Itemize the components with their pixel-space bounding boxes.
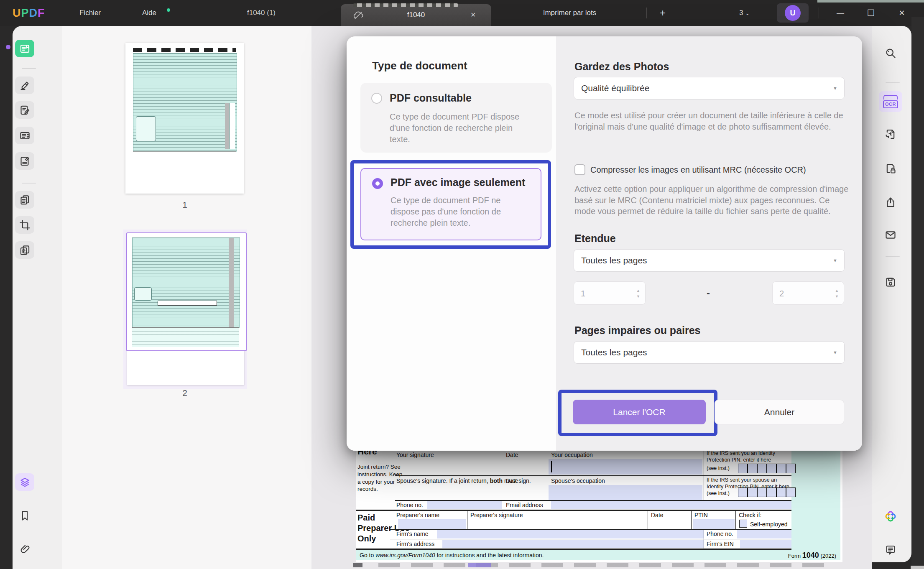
convert-button[interactable] — [879, 124, 902, 145]
menu-fichier[interactable]: Fichier — [79, 0, 101, 26]
range-dash: - — [707, 287, 710, 299]
form-line — [548, 449, 548, 500]
updf-ai-button[interactable] — [879, 506, 902, 527]
layers-button[interactable] — [15, 473, 34, 491]
launch-ocr-button[interactable]: Lancer l'OCR — [573, 400, 706, 424]
firms-ein-field[interactable] — [740, 540, 791, 548]
spinner-arrows[interactable]: ▲▼ — [636, 282, 640, 305]
bookmark-icon — [19, 510, 31, 521]
thumbnail-2-number: 2 — [122, 388, 248, 398]
menu-aide[interactable]: Aide — [142, 0, 156, 26]
spouse-occupation-field[interactable] — [549, 485, 702, 500]
toolbar-divider — [886, 256, 900, 257]
envelope-icon — [885, 229, 896, 241]
attachments-button[interactable] — [15, 540, 34, 558]
mrc-checkbox[interactable] — [574, 164, 585, 175]
share-export-icon — [885, 196, 896, 208]
phone-no-label: Phone no. — [707, 531, 733, 537]
tab-f1040-active[interactable]: f1040 ✕ — [341, 4, 491, 26]
your-signature-label: Your signature — [396, 452, 434, 458]
range-to-value: 2 — [779, 289, 784, 298]
quality-select[interactable]: Qualité équilibrée — [574, 77, 845, 100]
radio-unselected[interactable] — [371, 93, 382, 104]
convert-document-icon — [885, 128, 896, 140]
firms-name-field[interactable] — [437, 530, 704, 538]
thumbnail-2-page-lower — [127, 350, 244, 385]
self-employed-checkbox[interactable] — [739, 520, 747, 528]
self-employed-label: Self-employed — [750, 521, 788, 528]
ptin-field[interactable] — [693, 519, 735, 529]
titlebar-separator — [65, 8, 65, 18]
save-button[interactable] — [879, 272, 902, 293]
minimize-button[interactable]: — — [831, 3, 850, 23]
range-from-input[interactable]: 1▲▼ — [574, 281, 646, 305]
annotate-button[interactable] — [15, 101, 34, 119]
feedback-button[interactable] — [879, 539, 902, 560]
edit-pdf-button[interactable] — [15, 152, 34, 170]
titlebar-separator — [646, 8, 647, 18]
window-frame — [911, 17, 924, 566]
irs-link[interactable]: www.irs.gov/Form1040 — [375, 552, 435, 559]
radio-selected[interactable] — [372, 178, 383, 189]
protect-button[interactable] — [879, 158, 902, 179]
batch-print-tab[interactable]: Imprimer par lots — [525, 0, 615, 26]
option-pdf-searchable[interactable]: PDF consultable Ce type de document PDF … — [360, 83, 552, 153]
crop-pages-button[interactable] — [15, 216, 34, 234]
page-copies-icon — [19, 245, 31, 256]
phone-field[interactable] — [427, 501, 502, 509]
toolbar-divider — [886, 82, 900, 83]
form-line — [704, 449, 704, 500]
preparer-name-field[interactable] — [398, 519, 466, 529]
form-footer-text: Go to www.irs.gov/Form1040 for instructi… — [360, 552, 544, 559]
firm-phone-field[interactable] — [737, 530, 791, 538]
ocr-button-active[interactable]: OCR — [879, 91, 902, 112]
pin-boxes-you[interactable] — [738, 464, 796, 473]
your-occupation-label: Your occupation — [551, 452, 593, 458]
mini-form-body — [133, 53, 237, 152]
account-button[interactable]: U — [777, 3, 809, 23]
pin-boxes-spouse[interactable] — [738, 487, 796, 497]
page-count-dropdown[interactable]: 3 ⌄ — [739, 0, 750, 26]
pdf-teal-margin — [791, 449, 840, 550]
tab-f1040-1[interactable]: f1040 (1) — [205, 0, 318, 26]
comment-tool-button[interactable] — [15, 77, 34, 94]
bookmarks-button[interactable] — [15, 507, 34, 524]
close-button[interactable]: ✕ — [892, 3, 911, 23]
photos-title: Gardez des Photos — [574, 61, 669, 73]
doc-type-title: Type de document — [372, 59, 467, 72]
organize-pages-button[interactable] — [15, 191, 34, 209]
ocr-scanner-icon — [883, 95, 898, 100]
maximize-button[interactable]: ☐ — [861, 3, 881, 23]
preparers-signature-label: Preparer's signature — [470, 512, 523, 518]
parity-select[interactable]: Toutes les pages — [574, 341, 845, 364]
new-tab-button[interactable]: + — [660, 0, 666, 26]
pin-you-text: If the IRS sent you an Identity Protecti… — [707, 450, 792, 463]
spinner-arrows[interactable]: ▲▼ — [835, 282, 839, 305]
thumbnail-page-1[interactable] — [125, 43, 244, 194]
extract-pages-button[interactable] — [15, 241, 34, 259]
thumbnail-2-selection-border[interactable] — [126, 232, 247, 351]
share-button[interactable] — [879, 192, 902, 213]
email-field[interactable] — [551, 501, 791, 509]
floppy-save-icon — [885, 276, 896, 288]
tab-close-button[interactable]: ✕ — [470, 2, 476, 28]
form-line — [390, 529, 791, 530]
option-pdf-image-only[interactable]: PDF avec image seulement Ce type de docu… — [360, 168, 541, 240]
option-searchable-title: PDF consultable — [390, 92, 472, 104]
your-occupation-field[interactable] — [549, 459, 702, 475]
reading-mode-button[interactable] — [15, 127, 34, 144]
search-icon — [885, 47, 896, 59]
ai-clover-icon — [885, 510, 896, 522]
range-to-input[interactable]: 2▲▼ — [772, 281, 844, 305]
reader-mode-button[interactable] — [15, 40, 34, 57]
cancel-button[interactable]: Annuler — [715, 400, 844, 424]
screen-edge-strip — [817, 0, 924, 3]
range-select[interactable]: Toutes les pages — [574, 249, 845, 272]
search-button[interactable] — [879, 43, 902, 64]
mail-button[interactable] — [879, 225, 902, 245]
logo-letter: P — [21, 7, 29, 19]
toolbar-divider — [22, 68, 36, 69]
firms-address-field[interactable] — [442, 540, 704, 548]
next-page-sliver — [353, 563, 362, 567]
aide-notification-dot — [167, 8, 170, 12]
